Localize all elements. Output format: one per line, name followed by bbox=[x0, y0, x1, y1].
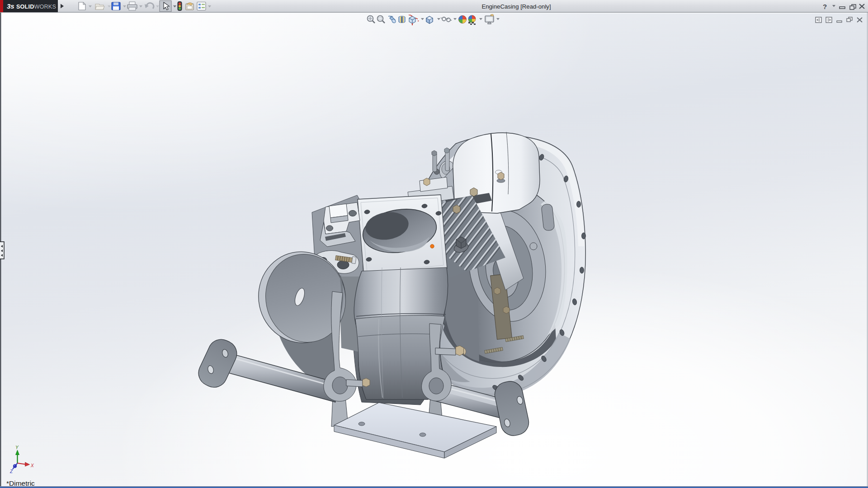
svg-text:SOLIDWORKS: SOLIDWORKS bbox=[16, 4, 56, 10]
svg-text:?: ? bbox=[823, 3, 827, 10]
svg-text:3s: 3s bbox=[7, 2, 14, 10]
svg-text:EngineCasing [Read-only]: EngineCasing [Read-only] bbox=[481, 3, 551, 10]
svg-text:Z: Z bbox=[9, 469, 13, 474]
svg-text:X: X bbox=[30, 463, 34, 468]
svg-text:*Dimetric: *Dimetric bbox=[6, 479, 35, 487]
